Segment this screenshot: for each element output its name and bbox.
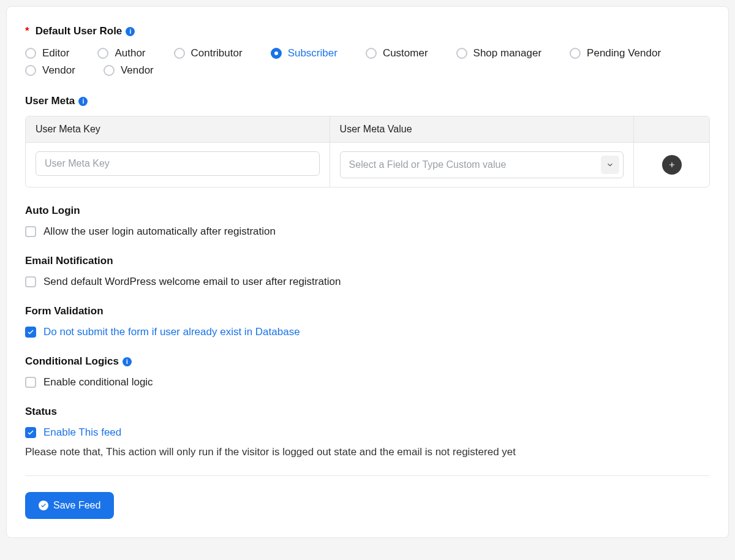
divider (25, 475, 710, 476)
checkbox-icon (25, 327, 36, 338)
label-text: User Meta (25, 95, 75, 107)
auto-login-checkbox[interactable]: Allow the user login automatically after… (25, 225, 710, 238)
role-pending-vendor[interactable]: Pending Vendor (570, 46, 661, 61)
status-checkbox[interactable]: Enable This feed (25, 426, 710, 439)
checkbox-icon (25, 276, 36, 287)
column-header-action (634, 116, 709, 142)
checkbox-icon (25, 226, 36, 237)
radio-icon (25, 65, 36, 76)
button-label: Save Feed (53, 500, 100, 511)
radio-icon (25, 48, 36, 59)
radio-icon (366, 48, 377, 59)
info-icon[interactable]: i (126, 27, 135, 36)
status-section: Status Enable This feed Please note that… (25, 406, 710, 458)
form-validation-checkbox[interactable]: Do not submit the form if user already e… (25, 326, 710, 338)
cell-value: Select a Field or Type Custom value (330, 143, 635, 187)
form-validation-section: Form Validation Do not submit the form i… (25, 305, 710, 338)
role-shop-manager[interactable]: Shop manager (456, 46, 542, 61)
checkbox-label: Enable conditional logic (43, 376, 153, 388)
default-user-role-section: Default User Role i Editor Author Contri… (25, 25, 710, 78)
radio-label: Subscriber (288, 47, 337, 59)
radio-icon (174, 48, 185, 59)
save-feed-button[interactable]: Save Feed (25, 492, 114, 519)
radio-label: Customer (383, 47, 428, 59)
role-author[interactable]: Author (97, 46, 145, 61)
label-text: Auto Login (25, 205, 80, 217)
label-text: Status (25, 406, 57, 418)
info-icon[interactable]: i (78, 97, 88, 106)
radio-icon (271, 48, 282, 59)
conditional-logic-checkbox[interactable]: Enable conditional logic (25, 376, 710, 388)
radio-label: Shop manager (473, 47, 542, 59)
email-notification-section: Email Notification Send default WordPres… (25, 255, 710, 288)
column-header-value: User Meta Value (330, 116, 635, 142)
auto-login-section: Auto Login Allow the user login automati… (25, 205, 710, 238)
radio-label: Editor (42, 47, 69, 59)
checkbox-label: Allow the user login automatically after… (43, 225, 276, 238)
user-meta-table: User Meta Key User Meta Value Select a F… (25, 116, 710, 187)
select-placeholder: Select a Field or Type Custom value (349, 159, 597, 170)
checkbox-icon (25, 427, 36, 438)
table-row: Select a Field or Type Custom value (26, 143, 709, 187)
label-text: Email Notification (25, 255, 113, 267)
add-row-button[interactable] (662, 155, 682, 175)
section-label-status: Status (25, 406, 710, 418)
cell-key (26, 143, 330, 187)
chevron-down-icon[interactable] (601, 156, 619, 174)
radio-label: Contributor (191, 47, 243, 59)
role-vendor[interactable]: Vendor (25, 63, 75, 78)
checkbox-label: Send default WordPress welcome email to … (43, 276, 341, 288)
label-text: Default User Role (36, 25, 123, 37)
section-label-default-user-role: Default User Role i (25, 25, 710, 37)
radio-label: Vendor (121, 64, 154, 77)
role-vendor-2[interactable]: Vendor (104, 63, 154, 78)
radio-icon (456, 48, 467, 59)
role-radio-group: Editor Author Contributor Subscriber Cus… (25, 46, 710, 78)
role-contributor[interactable]: Contributor (174, 46, 243, 61)
role-editor[interactable]: Editor (25, 46, 69, 61)
radio-label: Vendor (42, 64, 75, 77)
section-label-conditional-logics: Conditional Logics i (25, 355, 710, 368)
radio-icon (570, 48, 581, 59)
section-label-auto-login: Auto Login (25, 205, 710, 217)
email-notification-checkbox[interactable]: Send default WordPress welcome email to … (25, 276, 710, 288)
info-icon[interactable]: i (123, 357, 132, 366)
checkbox-icon (25, 377, 36, 388)
user-meta-section: User Meta i User Meta Key User Meta Valu… (25, 95, 710, 187)
status-note: Please note that, This action will only … (25, 446, 710, 458)
role-subscriber[interactable]: Subscriber (271, 46, 337, 61)
table-header: User Meta Key User Meta Value (26, 116, 709, 143)
conditional-logics-section: Conditional Logics i Enable conditional … (25, 355, 710, 388)
user-meta-value-select[interactable]: Select a Field or Type Custom value (340, 151, 624, 178)
user-meta-key-input[interactable] (36, 151, 320, 176)
checkbox-label: Do not submit the form if user already e… (43, 326, 300, 338)
section-label-user-meta: User Meta i (25, 95, 710, 107)
check-circle-icon (39, 501, 48, 510)
label-text: Conditional Logics (25, 355, 119, 368)
radio-icon (104, 65, 115, 76)
column-header-key: User Meta Key (26, 116, 330, 142)
section-label-email-notification: Email Notification (25, 255, 710, 267)
label-text: Form Validation (25, 305, 104, 317)
radio-label: Pending Vendor (587, 47, 661, 59)
cell-action (634, 143, 709, 187)
radio-label: Author (115, 47, 145, 59)
radio-icon (97, 48, 108, 59)
role-customer[interactable]: Customer (366, 46, 428, 61)
settings-card: Default User Role i Editor Author Contri… (6, 6, 729, 538)
checkbox-label: Enable This feed (43, 426, 121, 439)
section-label-form-validation: Form Validation (25, 305, 710, 317)
